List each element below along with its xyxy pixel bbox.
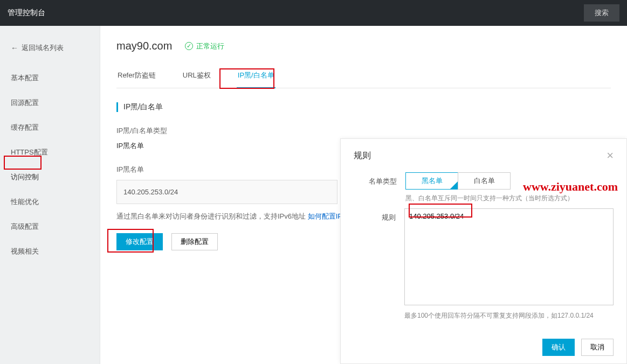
back-link-label: 返回域名列表 (22, 43, 64, 53)
console-title: 管理控制台 (8, 8, 45, 18)
list-type-label: 名单类型 (354, 172, 405, 203)
rule-textarea[interactable] (404, 208, 614, 305)
sidebar-item-advanced[interactable]: 高级配置 (0, 214, 100, 239)
delete-button[interactable]: 删除配置 (171, 233, 218, 250)
sidebar-item-performance[interactable]: 性能优化 (0, 190, 100, 214)
hint-prefix: 通过黑白名单来对访问者身份进行识别和过滤，支持IPv6地址 (116, 212, 308, 220)
status-badge: ✓ 正常运行 (185, 41, 224, 51)
sidebar-item-video[interactable]: 视频相关 (0, 239, 100, 264)
sidebar: ← 返回域名列表 基本配置 回源配置 缓存配置 HTTPS配置 访问控制 性能优… (0, 26, 100, 364)
status-text: 正常运行 (196, 41, 224, 51)
modify-button[interactable]: 修改配置 (116, 233, 163, 250)
tab-ip-list[interactable]: IP黑/白名单 (237, 64, 275, 88)
rule-hint: 最多100个使用回车符分隔不可重复支持网段添加，如127.0.0.1/24 (404, 311, 614, 320)
list-type-segmented: 黑名单 白名单 (405, 172, 614, 190)
search-button[interactable]: 搜索 (584, 4, 619, 22)
modal-title: 规则 (354, 150, 371, 162)
sidebar-item-access-control[interactable]: 访问控制 (0, 165, 100, 190)
ip-list-box: 140.205.253.0/24 (116, 180, 337, 204)
rule-label: 规则 (354, 208, 404, 320)
seg-blacklist[interactable]: 黑名单 (405, 172, 458, 190)
type-label: IP黑/白名单类型 (116, 126, 611, 136)
tab-refer[interactable]: Refer防盗链 (116, 64, 157, 88)
rules-modal: 规则 × 名单类型 黑名单 白名单 黑、白名单互斥同一时间只支持一种方式（当时所… (340, 138, 627, 364)
sidebar-item-cache[interactable]: 缓存配置 (0, 115, 100, 140)
list-type-hint: 黑、白名单互斥同一时间只支持一种方式（当时所选方式） (405, 194, 614, 203)
back-arrow-icon: ← (11, 44, 18, 52)
status-ok-icon: ✓ (185, 42, 193, 50)
confirm-button[interactable]: 确认 (542, 339, 575, 356)
sidebar-item-origin[interactable]: 回源配置 (0, 90, 100, 115)
section-title: IP黑/白名单 (116, 102, 611, 112)
sidebar-item-basic[interactable]: 基本配置 (0, 66, 100, 90)
back-link[interactable]: ← 返回域名列表 (0, 38, 100, 66)
seg-whitelist[interactable]: 白名单 (458, 172, 511, 190)
sidebar-item-https[interactable]: HTTPS配置 (0, 140, 100, 165)
cancel-button[interactable]: 取消 (581, 339, 614, 356)
domain-name: may90.com (116, 40, 172, 52)
tab-url-auth[interactable]: URL鉴权 (182, 64, 212, 88)
close-icon[interactable]: × (607, 150, 614, 162)
